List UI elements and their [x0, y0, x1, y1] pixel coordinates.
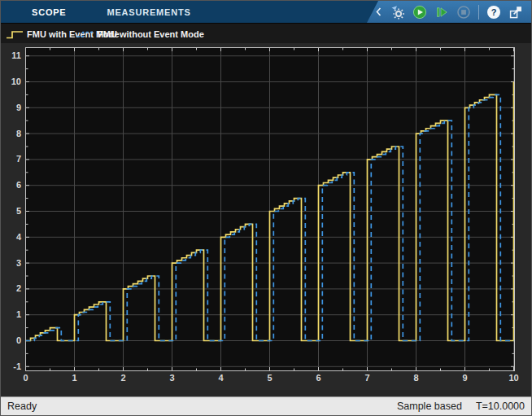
y-tick-label: 8 — [1, 128, 21, 140]
toolbar-separator — [478, 5, 479, 20]
y-tick-label: -1 — [1, 361, 21, 373]
toolstrip-tab-bar: SCOPE MEASUREMENTS — [1, 1, 531, 23]
y-tick-label: 11 — [1, 50, 21, 62]
x-tick-label: 3 — [162, 373, 183, 383]
plot-canvas[interactable] — [25, 47, 515, 371]
dock-window-icon — [508, 5, 523, 20]
x-tick-label: 2 — [113, 373, 134, 383]
legend-item-fmu-without-event-mode[interactable]: FMU without Event Mode — [76, 24, 204, 44]
status-sim-time: T=10.0000 — [476, 401, 525, 412]
dock-scope-button[interactable] — [508, 5, 523, 20]
scope-window: SCOPE MEASUREMENTS — [0, 0, 532, 416]
x-tick-label: 6 — [308, 373, 329, 383]
x-tick-label: 7 — [357, 373, 378, 383]
play-circle-icon — [412, 5, 427, 20]
question-mark-icon: ? — [487, 6, 500, 19]
tab-measurements[interactable]: MEASUREMENTS — [104, 7, 194, 17]
y-tick-label: 0 — [1, 335, 21, 347]
tab-scope[interactable]: SCOPE — [28, 7, 70, 17]
gear-icon — [393, 8, 404, 19]
y-tick-label: 4 — [1, 231, 21, 243]
y-tick-label: 7 — [1, 153, 21, 165]
stop-button[interactable] — [456, 5, 471, 20]
y-tick-label: 6 — [1, 179, 21, 191]
x-tick-label: 5 — [259, 373, 281, 383]
x-tick-label: 4 — [211, 373, 232, 383]
plot-area[interactable]: -101234567891011 012345678910 — [1, 43, 532, 398]
step-forward-button[interactable] — [434, 5, 449, 20]
y-tick-label: 5 — [1, 205, 21, 217]
y-tick-label: 3 — [1, 257, 21, 269]
x-tick-label: 10 — [504, 373, 525, 383]
y-tick-label: 2 — [1, 282, 21, 295]
y-tick-label: 10 — [1, 76, 21, 88]
status-ready-text: Ready — [7, 401, 37, 412]
legend-bar: FMU with Event Mode FMU without Event Mo… — [1, 23, 531, 43]
x-tick-label: 1 — [64, 373, 85, 383]
status-bar: Ready Sample based T=10.0000 — [1, 396, 531, 415]
x-tick-label: 8 — [406, 373, 427, 383]
blue-arrow-badge-icon — [392, 6, 398, 10]
dashed-step-line-icon — [76, 28, 94, 40]
x-tick-label: 0 — [15, 373, 37, 383]
help-button[interactable]: ? — [486, 5, 501, 20]
simulation-settings-button[interactable] — [390, 5, 405, 20]
y-tick-label: 1 — [1, 309, 21, 321]
status-sample-mode: Sample based — [397, 401, 462, 412]
run-button[interactable] — [412, 5, 427, 20]
quick-access-toolbar: ? — [367, 1, 531, 23]
y-tick-label: 9 — [1, 102, 21, 114]
step-forward-icon — [434, 5, 449, 20]
collapse-toolstrip-icon[interactable] — [376, 7, 382, 16]
solid-step-line-icon — [6, 28, 24, 40]
legend-label: FMU without Event Mode — [98, 29, 204, 39]
stop-circle-icon — [456, 5, 471, 20]
x-tick-label: 9 — [455, 373, 476, 383]
